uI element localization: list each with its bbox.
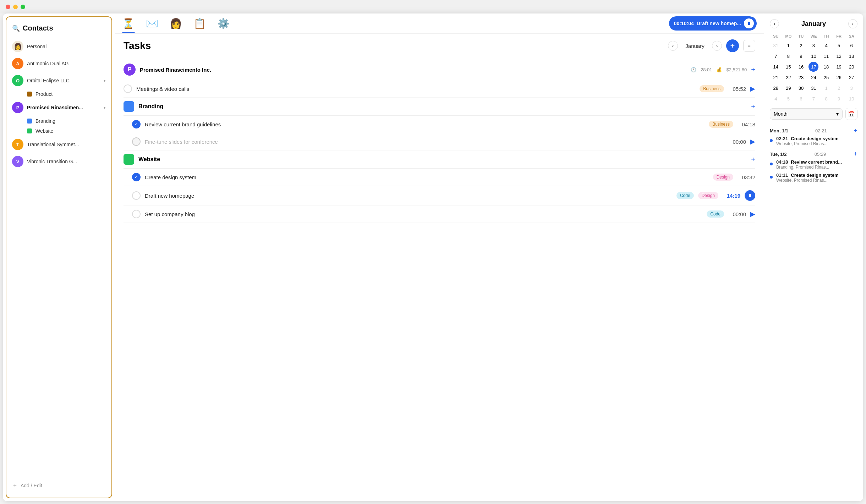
calendar-day[interactable]: 27 xyxy=(846,72,856,82)
calendar-day[interactable]: 29 xyxy=(783,83,793,93)
log-add-button[interactable]: + xyxy=(854,127,857,135)
calendar-day[interactable]: 9 xyxy=(834,94,844,104)
calendar-icon-button[interactable]: 📅 xyxy=(845,108,857,120)
maximize-button[interactable] xyxy=(21,5,25,9)
nav-icon-2[interactable]: 👩 xyxy=(170,18,182,29)
calendar-day[interactable]: 25 xyxy=(821,72,831,82)
calendar-day[interactable]: 15 xyxy=(783,62,793,72)
calendar-day[interactable]: 7 xyxy=(809,94,818,104)
calendar-day[interactable]: 5 xyxy=(834,40,844,50)
calendar-day[interactable]: 31 xyxy=(809,83,818,93)
search-icon: 🔍 xyxy=(12,24,20,32)
filter-button[interactable]: ≡ xyxy=(743,40,755,52)
task-row: Set up company blog Code 00:00 ▶ xyxy=(124,206,755,223)
log-dot xyxy=(770,176,773,179)
app-window: 🔍 Contacts 👩PersonalAAntimonic Dual AGOO… xyxy=(3,13,863,501)
nav-icon-3[interactable]: 📋 xyxy=(193,18,206,29)
calendar-day[interactable]: 19 xyxy=(834,62,844,72)
calendar-day[interactable]: 13 xyxy=(846,51,856,61)
calendar-day[interactable]: 8 xyxy=(783,51,793,61)
calendar-day[interactable]: 4 xyxy=(771,94,781,104)
play-icon[interactable]: ▶ xyxy=(750,210,755,218)
calendar-day[interactable]: 3 xyxy=(809,40,818,50)
nav-icon-1[interactable]: ✉️ xyxy=(146,18,158,29)
pause-task-button[interactable]: ⏸ xyxy=(745,190,755,201)
calendar-day[interactable]: 23 xyxy=(796,72,806,82)
calendar-prev-button[interactable]: ‹ xyxy=(770,19,779,28)
calendar-day[interactable]: 10 xyxy=(846,94,856,104)
sidebar-item-label: Antimonic Dual AG xyxy=(27,61,106,66)
calendar-day[interactable]: 12 xyxy=(834,51,844,61)
calendar-day[interactable]: 4 xyxy=(821,40,831,50)
sidebar-item-promised[interactable]: PPromised Rinascimen...▾ xyxy=(6,99,111,116)
add-edit-button[interactable]: ＋ Add / Edit xyxy=(6,477,111,493)
task-checkbox[interactable] xyxy=(132,210,141,218)
sidebar-item-branding[interactable]: Branding xyxy=(6,116,111,126)
add-to-promised-button[interactable]: + xyxy=(751,66,755,74)
calendar-day-header: SA xyxy=(845,33,857,40)
add-to-website-button[interactable]: + xyxy=(751,155,755,164)
task-checkbox[interactable] xyxy=(132,137,141,146)
sidebar-item-translational[interactable]: TTranslational Symmet... xyxy=(6,136,111,153)
timer-button[interactable]: 00:10:04 Draft new homep... ⏸ xyxy=(669,16,757,31)
minimize-button[interactable] xyxy=(13,5,18,9)
prev-month-button[interactable]: ‹ xyxy=(668,41,678,51)
calendar-day[interactable]: 2 xyxy=(834,83,844,93)
calendar-day[interactable]: 6 xyxy=(846,40,856,50)
pause-button[interactable]: ⏸ xyxy=(744,18,754,28)
promised-avatar: P xyxy=(124,64,136,76)
calendar-day[interactable]: 5 xyxy=(783,94,793,104)
main-content: ⏳✉️👩📋⚙️ 00:10:04 Draft new homep... ⏸ Ta… xyxy=(115,13,764,501)
log-entry-name: Create design system xyxy=(791,136,838,141)
task-time: 00:00 xyxy=(728,211,746,217)
calendar-day[interactable]: 31 xyxy=(771,40,781,50)
task-name: Review current brand guidelines xyxy=(145,121,705,127)
calendar-day[interactable]: 7 xyxy=(771,51,781,61)
calendar-day[interactable]: 9 xyxy=(796,51,806,61)
sidebar-item-personal[interactable]: 👩Personal xyxy=(6,38,111,55)
nav-icon-4[interactable]: ⚙️ xyxy=(217,18,230,29)
calendar-day[interactable]: 8 xyxy=(821,94,831,104)
calendar-day[interactable]: 24 xyxy=(809,72,818,82)
calendar-day[interactable]: 10 xyxy=(809,51,818,61)
view-dropdown[interactable]: Month ▾ xyxy=(770,108,843,120)
calendar-day[interactable]: 26 xyxy=(834,72,844,82)
sidebar-item-antimonic[interactable]: AAntimonic Dual AG xyxy=(6,55,111,72)
log-add-button[interactable]: + xyxy=(854,150,857,158)
add-to-branding-button[interactable]: + xyxy=(751,103,755,111)
sidebar-item-vibronic[interactable]: VVibronic Transition G... xyxy=(6,153,111,170)
task-checkbox[interactable] xyxy=(132,120,141,128)
task-row: Create design system Design 03:32 xyxy=(124,169,755,186)
next-month-button[interactable]: › xyxy=(712,41,722,51)
nav-icon-0[interactable]: ⏳ xyxy=(122,18,135,29)
calendar-day[interactable]: 1 xyxy=(783,40,793,50)
close-button[interactable] xyxy=(6,5,10,9)
calendar-day[interactable]: 20 xyxy=(846,62,856,72)
play-icon[interactable]: ▶ xyxy=(750,85,755,93)
calendar-day[interactable]: 3 xyxy=(846,83,856,93)
sidebar-item-product[interactable]: Product xyxy=(6,89,111,99)
calendar-day[interactable]: 21 xyxy=(771,72,781,82)
calendar-day[interactable]: 6 xyxy=(796,94,806,104)
calendar-day[interactable]: 16 xyxy=(796,62,806,72)
calendar-day[interactable]: 11 xyxy=(821,51,831,61)
play-icon[interactable]: ▶ xyxy=(750,138,755,146)
calendar-day[interactable]: 22 xyxy=(783,72,793,82)
add-task-button[interactable]: + xyxy=(726,39,739,52)
task-checkbox[interactable] xyxy=(132,173,141,181)
task-checkbox[interactable] xyxy=(124,84,132,93)
calendar-day-header: FR xyxy=(833,33,845,40)
task-checkbox[interactable] xyxy=(132,191,141,200)
calendar-day[interactable]: 14 xyxy=(771,62,781,72)
calendar-next-button[interactable]: › xyxy=(848,19,857,28)
calendar-day[interactable]: 18 xyxy=(821,62,831,72)
sidebar-item-website[interactable]: Website xyxy=(6,126,111,136)
timer-label: Draft new homep... xyxy=(697,21,741,26)
calendar-day[interactable]: 28 xyxy=(771,83,781,93)
calendar-day[interactable]: 2 xyxy=(796,40,806,50)
log-date: Tue, 1/2 xyxy=(770,152,786,157)
calendar-day[interactable]: 17 xyxy=(809,62,818,72)
calendar-day[interactable]: 1 xyxy=(821,83,831,93)
calendar-day[interactable]: 30 xyxy=(796,83,806,93)
sidebar-item-orbital[interactable]: OOrbital Eclipse LLC▾ xyxy=(6,72,111,89)
